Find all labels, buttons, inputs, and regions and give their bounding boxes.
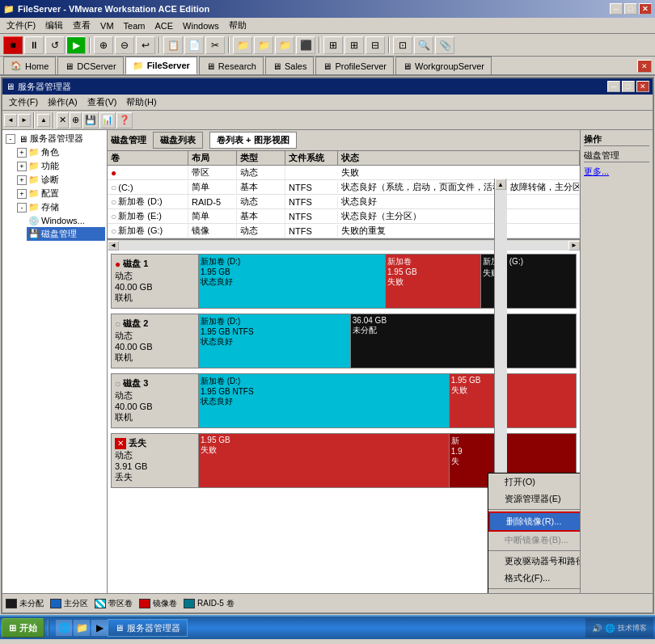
disk-tab-graph[interactable]: 卷列表 + 图形视图	[209, 132, 297, 149]
toolbar-refresh-btn[interactable]: ↺	[45, 36, 65, 54]
media-icon[interactable]: ▶	[91, 620, 108, 636]
tree-expand-diagnostics[interactable]: +	[17, 175, 27, 185]
export-button[interactable]: 📊	[99, 112, 116, 128]
delete-button[interactable]: ✕	[57, 112, 69, 128]
menu-windows[interactable]: Windows	[178, 19, 224, 32]
inner-menu-view[interactable]: 查看(V)	[82, 95, 122, 110]
menu-team[interactable]: Team	[119, 19, 150, 32]
toolbar-btn6[interactable]: ⊖	[115, 36, 134, 54]
col-type: 类型	[237, 151, 285, 165]
vol-row-3[interactable]: ○新加卷 (E:) 简单 基本 NTFS 状态良好（主分区）	[108, 209, 580, 224]
vol-row-0[interactable]: ● 带区 动态 失败	[108, 166, 580, 180]
tree-expand-roles[interactable]: +	[17, 148, 27, 158]
toolbar-btn14[interactable]: ⬛	[296, 36, 315, 54]
inner-menu-action[interactable]: 操作(A)	[43, 95, 82, 110]
sales-icon: 🖥	[273, 61, 281, 71]
toolbar-btn10[interactable]: ✂	[205, 36, 225, 54]
tree-server-manager[interactable]: - 🖥 服务器管理器	[4, 132, 105, 145]
toolbar-btn12[interactable]: 📁	[254, 36, 273, 54]
tab-fileserver[interactable]: 📁 FileServer	[125, 57, 197, 74]
tree-diskmanager[interactable]: 💾 磁盘管理	[27, 227, 105, 241]
vol-row-2[interactable]: ○新加卷 (D:) RAID-5 动态 NTFS 状态良好	[108, 195, 580, 209]
toolbar-btn13[interactable]: 📁	[275, 36, 294, 54]
h-scrollbar[interactable]: ◄ ►	[108, 239, 580, 250]
forward-button[interactable]: ►	[18, 114, 31, 127]
disk1-status: 联机	[115, 292, 195, 304]
actions-more-link[interactable]: 更多...	[584, 166, 649, 178]
minimize-button[interactable]: ─	[610, 3, 623, 15]
disk1-p2-size: 1.95 GB	[387, 267, 479, 276]
close-button[interactable]: ✕	[639, 3, 652, 15]
disk-tab-list[interactable]: 磁盘列表	[153, 132, 203, 149]
tree-roles[interactable]: + 📁 角色	[15, 145, 105, 159]
inner-menu-file[interactable]: 文件(F)	[4, 95, 43, 110]
tab-home[interactable]: 🏠 Home	[3, 57, 56, 74]
scroll-up-btn[interactable]: ▲	[495, 179, 506, 190]
tree-expand-config[interactable]: +	[17, 189, 27, 199]
tree-features[interactable]: + 📁 功能	[15, 159, 105, 173]
vol-status-4: 失败的重复	[338, 224, 580, 238]
toolbar-pause-btn[interactable]: ⏸	[24, 36, 44, 54]
tab-profileserver[interactable]: 🖥 ProfileServer	[315, 57, 394, 74]
tree-windows[interactable]: 💿 Windows...	[27, 214, 105, 227]
ctx-explorer[interactable]: 资源管理器(E)	[488, 490, 580, 507]
toolbar-btn17[interactable]: ⊟	[366, 36, 385, 54]
toolbar-btn19[interactable]: 🔍	[414, 36, 433, 54]
toolbar-btn5[interactable]: ⊕	[94, 36, 113, 54]
menu-view[interactable]: 查看	[68, 18, 95, 33]
inner-close-btn[interactable]: ✕	[636, 81, 649, 92]
tree-config[interactable]: + 📁 配置	[15, 187, 105, 200]
toolbar-red-btn[interactable]: ■	[3, 36, 23, 54]
menu-file[interactable]: 文件(F)	[2, 18, 40, 33]
menu-help[interactable]: 帮助	[224, 18, 251, 33]
tab-sales[interactable]: 🖥 Sales	[265, 57, 315, 74]
menu-edit[interactable]: 编辑	[40, 18, 68, 33]
toolbar-btn15[interactable]: ⊞	[323, 36, 343, 54]
ie-icon[interactable]: 🌐	[56, 620, 72, 636]
inner-menu-help[interactable]: 帮助(H)	[121, 95, 161, 110]
folder-quick-icon[interactable]: 📁	[74, 620, 90, 636]
tab-bar-close[interactable]: ✕	[637, 60, 652, 73]
status-bar: 未分配 主分区 带区卷 镜像卷 RAID-5 卷	[2, 593, 653, 612]
toolbar-btn11[interactable]: 📁	[233, 36, 252, 54]
tab-dcserver[interactable]: 🖥 DCServer	[57, 57, 123, 74]
add-button[interactable]: ⊕	[70, 112, 82, 128]
vol-row-4[interactable]: ○新加卷 (G:) 镜像 动态 NTFS 失败的重复	[108, 224, 580, 238]
inner-max-btn[interactable]: □	[622, 81, 635, 92]
toolbar-btn16[interactable]: ⊞	[344, 36, 364, 54]
tree-diagnostics[interactable]: + 📁 诊断	[15, 173, 105, 187]
disk-lost-p1-size: 1.95 GB	[201, 436, 447, 444]
taskbar-server-manager[interactable]: 🖥 服务器管理器	[108, 619, 188, 637]
col-status: 状态	[338, 151, 580, 165]
menu-vm[interactable]: VM	[95, 19, 119, 32]
toolbar-btn20[interactable]: 📎	[435, 36, 454, 54]
start-button[interactable]: ⊞ 开始	[2, 618, 44, 638]
up-button[interactable]: ▲	[37, 114, 50, 127]
help-toolbar-btn[interactable]: ❓	[116, 112, 133, 128]
scroll-left[interactable]: ◄	[108, 241, 119, 250]
tree-expand-storage[interactable]: -	[17, 203, 27, 213]
tree-expand-root[interactable]: -	[6, 134, 15, 144]
save-button[interactable]: 💾	[82, 112, 99, 128]
ctx-remove-mirror[interactable]: 删除镜像(R)...	[488, 511, 580, 532]
tab-workgroupserver[interactable]: 🖥 WorkgroupServer	[395, 57, 492, 74]
tab-research[interactable]: 🖥 Research	[199, 57, 264, 74]
toolbar-btn8[interactable]: 📋	[163, 36, 183, 54]
vol-row-1[interactable]: ○(C:) 简单 基本 NTFS 状态良好（系统，启动，页面文件，活动，故障转储…	[108, 180, 580, 195]
ctx-format[interactable]: 格式化(F)...	[488, 570, 580, 587]
scroll-right[interactable]: ►	[568, 241, 580, 250]
toolbar-green-btn[interactable]: ▶	[66, 36, 86, 54]
ctx-open[interactable]: 打开(O)	[488, 474, 580, 490]
menu-ace[interactable]: ACE	[150, 19, 178, 32]
tree-expand-features[interactable]: +	[17, 162, 27, 171]
tree-storage[interactable]: - 📁 存储	[15, 200, 105, 214]
toolbar-btn9[interactable]: 📄	[184, 36, 204, 54]
tray-icon1: 🔊	[592, 624, 602, 633]
inner-min-btn[interactable]: ─	[607, 81, 620, 92]
back-button[interactable]: ◄	[4, 114, 17, 127]
maximize-button[interactable]: □	[624, 3, 637, 15]
toolbar-btn18[interactable]: ⊡	[393, 36, 412, 54]
home-icon: 🏠	[11, 61, 22, 71]
ctx-change-drive[interactable]: 更改驱动器号和路径(C)...	[488, 553, 580, 570]
toolbar-btn7[interactable]: ↩	[136, 36, 155, 54]
